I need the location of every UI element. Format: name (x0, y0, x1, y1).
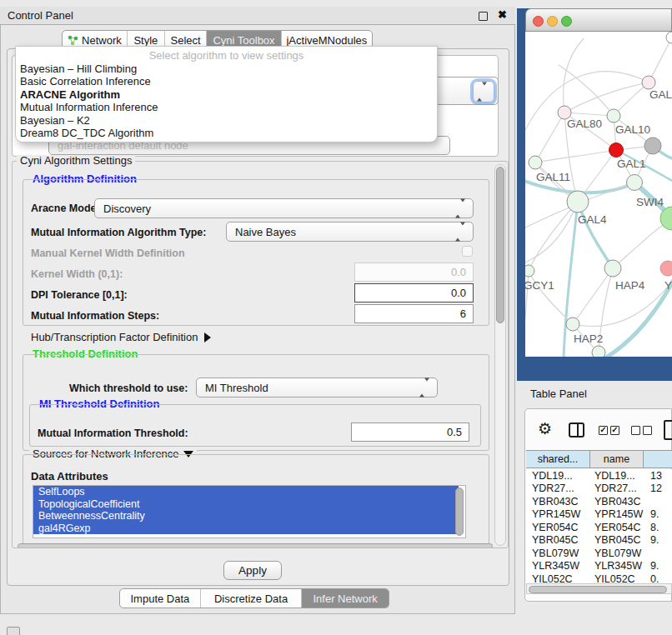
tab-discretize-data[interactable]: Discretize Data (200, 589, 302, 608)
table-row[interactable]: YPR145W YPR145W 9. (526, 508, 672, 522)
column-header-shared-name[interactable]: shared... (526, 450, 590, 468)
node-label-gal10: GAL10 (615, 123, 650, 136)
node-gray[interactable] (644, 138, 661, 154)
tab-cyni-toolbox-label: Cyni Toolbox (213, 34, 274, 47)
network-canvas-container: GAL GAL80 GAL10 GAL1 GAL11 SWI4 GAL4 GCY… (525, 32, 672, 357)
network-window-titlebar[interactable] (525, 8, 672, 32)
node-salmon[interactable] (660, 261, 672, 276)
cyni-settings-group: Algorithm Definition Aracne Mode: Discov… (12, 161, 509, 548)
new-table-icon[interactable] (664, 420, 672, 440)
cell: YIL052C (590, 573, 644, 583)
hub-definition-toggle[interactable]: Hub/Transcription Factor Definition (31, 331, 211, 343)
aracne-mode-combobox[interactable]: Discovery (94, 198, 474, 218)
list-item[interactable]: TopologicalCoefficient (33, 498, 459, 511)
manual-kernel-label: Manual Kernel Width Definition (31, 248, 185, 259)
data-attributes-label: Data Attributes (31, 470, 108, 482)
apply-button[interactable]: Apply (223, 561, 282, 580)
table-row[interactable]: YBR045C YBR045C 9. (526, 534, 672, 548)
table-row[interactable]: YIL052C YIL052C 0. (526, 572, 672, 583)
kernel-width-value: 0.0 (451, 266, 466, 278)
select-all-checks-icon[interactable]: ✓ (610, 426, 619, 435)
dropdown-item[interactable]: Basic Correlation Inference (16, 75, 437, 88)
column-header-name[interactable]: name (590, 450, 644, 468)
which-threshold-combobox[interactable]: MI Threshold (196, 378, 438, 398)
kernel-width-label: Kernel Width (0,1): (31, 268, 123, 280)
split-columns-icon[interactable] (569, 422, 584, 438)
mi-steps-field[interactable]: 6 (354, 304, 474, 323)
collapsed-panel-icon[interactable] (7, 627, 20, 635)
settings-hscrollbar-thumb[interactable] (18, 543, 493, 548)
cell: YDL19... (590, 470, 644, 482)
node-top-partial[interactable] (666, 32, 672, 43)
network-canvas[interactable]: GAL GAL80 GAL10 GAL1 GAL11 SWI4 GAL4 GCY… (525, 32, 672, 357)
collapse-right-icon (204, 332, 211, 342)
node-label-hap2: HAP2 (574, 332, 603, 345)
table-row[interactable]: YER054C YER054C 8. (526, 521, 672, 534)
network-icon (68, 35, 78, 46)
manual-kernel-checkbox[interactable] (462, 246, 473, 257)
gear-icon[interactable]: ⚙ (538, 419, 552, 438)
settings-vscrollbar[interactable] (494, 164, 506, 546)
control-panel-titlebar[interactable]: Control Panel ✖ (0, 7, 515, 25)
mi-algorithm-type-label: Mutual Information Algorithm Type: (31, 227, 206, 238)
dpi-tolerance-value: 0.0 (451, 287, 466, 299)
table-hscrollbar[interactable] (526, 583, 672, 594)
table-row[interactable]: YDR27... YDR27... 12 (526, 482, 672, 496)
table-hscrollbar-thumb[interactable] (529, 586, 667, 593)
tab-impute-data[interactable]: Impute Data (120, 589, 200, 608)
settings-group-title: Cyni Algorithm Settings (17, 155, 135, 167)
cell: 12 (644, 482, 672, 494)
mac-close-icon[interactable] (533, 16, 544, 27)
list-item[interactable]: SelfLoops (33, 486, 459, 498)
list-vscrollbar-thumb[interactable] (455, 488, 464, 536)
list-item[interactable]: gal4RGexp (33, 522, 459, 535)
table-row[interactable]: YDL19... YDL19... 13 (526, 469, 672, 482)
node-gal4[interactable] (567, 191, 589, 212)
dropdown-item[interactable]: Bayesian – K2 (16, 114, 437, 127)
kernel-width-field[interactable]: 0.0 (354, 262, 474, 282)
node-pink-top[interactable] (642, 76, 655, 89)
unselect-all-checks-icon[interactable] (631, 426, 640, 435)
which-threshold-value: MI Threshold (205, 382, 268, 394)
dpi-tolerance-field[interactable]: 0.0 (354, 283, 474, 302)
float-window-icon[interactable] (479, 12, 488, 21)
node-label-gal11: GAL11 (536, 171, 570, 183)
cell: 13 (644, 470, 672, 482)
mi-steps-value: 6 (460, 308, 466, 320)
node-gal10[interactable] (607, 109, 620, 122)
node-gal11[interactable] (529, 156, 542, 169)
column-header-partial[interactable] (644, 450, 672, 468)
dropdown-item[interactable]: Bayesian – Hill Climbing (16, 62, 437, 75)
unselect-all-checks-icon[interactable] (643, 426, 652, 435)
aracne-mode-value: Discovery (103, 202, 151, 215)
node-gal1[interactable] (609, 143, 624, 158)
tab-infer-network[interactable]: Infer Network (301, 589, 389, 608)
cell: YDL19... (526, 470, 590, 482)
node-hap2[interactable] (566, 318, 579, 331)
table-row[interactable]: YBR043C YBR043C (526, 495, 672, 508)
node-gcy1[interactable] (525, 265, 534, 277)
close-icon[interactable]: ✖ (498, 8, 507, 21)
table-row[interactable]: YLR345W YLR345W 9. (526, 560, 672, 573)
list-item[interactable]: BetweennessCentrality (33, 510, 459, 522)
mac-zoom-icon[interactable] (561, 16, 572, 27)
data-attributes-list[interactable]: SelfLoops TopologicalCoefficient Between… (33, 485, 466, 538)
algorithm-combo-focused-button[interactable] (473, 81, 494, 102)
app-root: Control Panel ✖ gal-interaction default … (0, 0, 672, 635)
node-hap4[interactable] (604, 260, 621, 277)
table-body: YDL19... YDL19... 13 YDR27... YDR27... 1… (526, 469, 672, 583)
node-bottom-partial[interactable] (592, 346, 605, 357)
cell: YBR043C (590, 496, 644, 508)
mi-threshold-field[interactable]: 0.5 (351, 422, 469, 442)
select-all-checks-icon[interactable]: ✓ (599, 426, 608, 435)
dropdown-item[interactable]: Mutual Information Inference (16, 101, 437, 113)
node-swi4[interactable] (627, 175, 643, 191)
dropdown-item[interactable]: Dream8 DC_TDC Algorithm (16, 127, 437, 139)
cell: YIL052C (526, 573, 590, 583)
settings-vscrollbar-thumb[interactable] (496, 167, 504, 323)
mac-minimize-icon[interactable] (547, 16, 558, 27)
bottom-tabbar: Impute Data Discretize Data Infer Networ… (119, 588, 389, 608)
dropdown-item-selected[interactable]: ARACNE Algorithm (16, 88, 437, 101)
mi-algorithm-type-combobox[interactable]: Naive Bayes (226, 222, 474, 242)
table-row[interactable]: YBL079W YBL079W (526, 547, 672, 560)
